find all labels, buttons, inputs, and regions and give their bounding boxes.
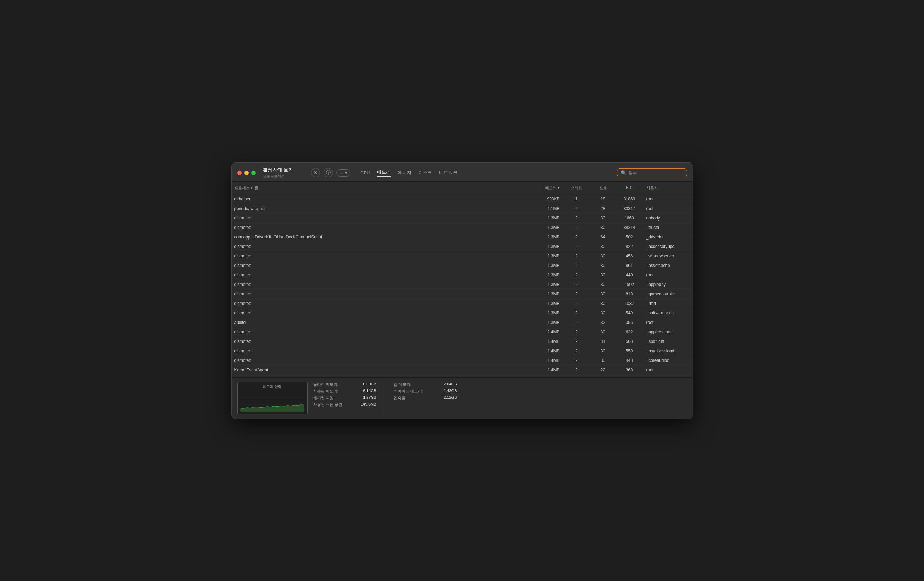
- stat-label: 캐시된 파일:: [313, 395, 335, 401]
- tab-memory[interactable]: 메모리: [377, 168, 391, 177]
- cell-memory: 1.3MB: [524, 309, 563, 317]
- stat-label: 압축됨:: [394, 395, 406, 401]
- cell-name: distnoted: [231, 337, 524, 346]
- cell-memory: 1.3MB: [524, 319, 563, 326]
- cell-user: root: [644, 271, 693, 279]
- window-title: 활성 상태 보기: [263, 167, 293, 173]
- cell-threads: 2: [563, 328, 591, 336]
- col-memory[interactable]: 메모리 ▾: [524, 184, 563, 192]
- cell-ports: 33: [591, 214, 615, 222]
- stat-row: 사용된 메모리: 6.14GB: [313, 388, 376, 394]
- cell-user: _nsurlsessiond: [644, 347, 693, 355]
- col-user[interactable]: 사용자: [644, 184, 693, 192]
- cell-ports: 30: [591, 300, 615, 308]
- close-button[interactable]: [237, 171, 242, 175]
- cell-threads: 2: [563, 375, 591, 377]
- cell-memory: 1.4MB: [524, 366, 563, 374]
- table-row[interactable]: distnoted 1.3MB 2 33 1660 nobody: [231, 214, 693, 223]
- cell-pid: 822: [615, 243, 644, 250]
- cell-name: distnoted: [231, 290, 524, 298]
- cell-name: distnoted: [231, 262, 524, 269]
- cell-pid: 368: [615, 366, 644, 374]
- stat-row: 압축됨: 2.12GB: [394, 395, 457, 401]
- cell-memory: 1.3MB: [524, 271, 563, 279]
- sort-arrow-memory: ▾: [558, 186, 560, 189]
- table-row[interactable]: distnoted 1.3MB 2 30 1592 _applepay: [231, 280, 693, 290]
- cell-name: dirhelper: [231, 195, 524, 203]
- table-row[interactable]: distnoted 1.4MB 2 30 559 _nsurlsessiond: [231, 346, 693, 356]
- search-box[interactable]: 🔍: [617, 168, 687, 177]
- table-row[interactable]: com.apple.DriverKit-IOUserDockChannelSer…: [231, 232, 693, 242]
- cell-threads: 2: [563, 300, 591, 308]
- info-button[interactable]: ⓘ: [324, 168, 333, 177]
- cell-threads: 2: [563, 262, 591, 269]
- cell-user: _rmd: [644, 300, 693, 308]
- cell-pid: 549: [615, 309, 644, 317]
- stat-row: 와이어드 메모리: 1.43GB: [394, 388, 457, 394]
- cell-name: periodic-wrapper: [231, 205, 524, 212]
- stat-row: 캐시된 파일: 1.27GB: [313, 395, 376, 401]
- cell-threads: 2: [563, 290, 591, 298]
- tab-disk[interactable]: 디스크: [418, 169, 432, 176]
- table-row[interactable]: distnoted 1.3MB 2 30 549 _softwareupda: [231, 308, 693, 318]
- cell-name: com.apple.DriverKit-IOUserDockChannelSer…: [231, 233, 524, 241]
- cell-pid: 456: [615, 252, 644, 260]
- cell-user: _trustd: [644, 224, 693, 231]
- table-row[interactable]: distnoted 1.4MB 2 31 568 _spotlight: [231, 337, 693, 346]
- table-row[interactable]: distnoted 1.4MB 2 30 448 _coreaudiod: [231, 356, 693, 365]
- cell-name: distnoted: [231, 271, 524, 279]
- cell-user: _gamecontrolle: [644, 290, 693, 298]
- cell-user: _accessoryupc: [644, 243, 693, 250]
- cell-memory: 1.3MB: [524, 224, 563, 231]
- table-row[interactable]: auditd 1.3MB 2 32 356 root: [231, 318, 693, 328]
- view-button[interactable]: ☺ ▾: [337, 169, 350, 176]
- cell-name: distnoted: [231, 300, 524, 308]
- cell-memory: 1.3MB: [524, 233, 563, 241]
- cell-user: _assetcache: [644, 262, 693, 269]
- col-ports[interactable]: 포트: [591, 184, 615, 192]
- table-row[interactable]: distnoted 1.3MB 2 30 1037 _rmd: [231, 299, 693, 308]
- tab-network[interactable]: 네트워크: [439, 169, 457, 176]
- cell-ports: 30: [591, 309, 615, 317]
- table-row[interactable]: distnoted 1.4MB 2 30 622 _appleevents: [231, 328, 693, 337]
- table-row[interactable]: distnoted 1.3MB 2 30 861 _assetcache: [231, 261, 693, 270]
- cell-memory: 1.3MB: [524, 243, 563, 250]
- search-input[interactable]: [629, 170, 683, 175]
- window-subtitle: 모든 프로세스: [263, 174, 293, 179]
- cell-user: root: [644, 375, 693, 377]
- cell-memory: 1.3MB: [524, 262, 563, 269]
- cell-user: root: [644, 319, 693, 326]
- stop-button[interactable]: ✕: [311, 168, 320, 177]
- cell-ports: 30: [591, 328, 615, 336]
- tab-energy[interactable]: 에너지: [398, 169, 411, 176]
- cell-ports: 30: [591, 252, 615, 260]
- cell-threads: 2: [563, 224, 591, 231]
- col-name[interactable]: 프로세스 이름: [231, 184, 524, 192]
- maximize-button[interactable]: [251, 171, 256, 175]
- cell-name: distnoted: [231, 357, 524, 364]
- cell-user: _softwareupda: [644, 309, 693, 317]
- cell-name: distnoted: [231, 252, 524, 260]
- table-row[interactable]: distnoted 1.3MB 2 30 822 _accessoryupc: [231, 242, 693, 252]
- tab-cpu[interactable]: CPU: [360, 170, 370, 176]
- table-row[interactable]: dirhelper 993KB 1 18 81869 root: [231, 194, 693, 204]
- table-row[interactable]: periodic-wrapper 1.1MB 2 28 83317 root: [231, 204, 693, 214]
- stat-row: 사용된 스왑 공간: 149.6MB: [313, 402, 376, 407]
- table-row[interactable]: distnoted 1.3MB 2 30 38214 _trustd: [231, 223, 693, 232]
- table-row[interactable]: distnoted 1.3MB 2 30 440 root: [231, 270, 693, 280]
- cell-memory: 1.4MB: [524, 375, 563, 377]
- stat-label: 사용된 스왑 공간:: [313, 402, 343, 407]
- minimize-button[interactable]: [244, 171, 249, 175]
- col-threads[interactable]: 스레드: [563, 184, 591, 192]
- search-icon: 🔍: [621, 170, 626, 176]
- cell-threads: 2: [563, 281, 591, 288]
- cell-pid: 1037: [615, 300, 644, 308]
- cell-ports: 28: [591, 205, 615, 212]
- table-row[interactable]: aslmanager 1.4MB 2 18 81601 root: [231, 375, 693, 377]
- col-pid[interactable]: PID: [615, 184, 644, 192]
- table-row[interactable]: distnoted 1.3MB 2 30 456 _windowserver: [231, 252, 693, 261]
- table-row[interactable]: KernelEventAgent 1.4MB 2 22 368 root: [231, 365, 693, 375]
- arrow-icon: ▾: [345, 170, 347, 176]
- memory-stats-right: 앱 메모리: 2.04GB 와이어드 메모리: 1.43GB 압축됨: 2.12…: [394, 382, 457, 401]
- table-row[interactable]: distnoted 1.3MB 2 30 818 _gamecontrolle: [231, 290, 693, 299]
